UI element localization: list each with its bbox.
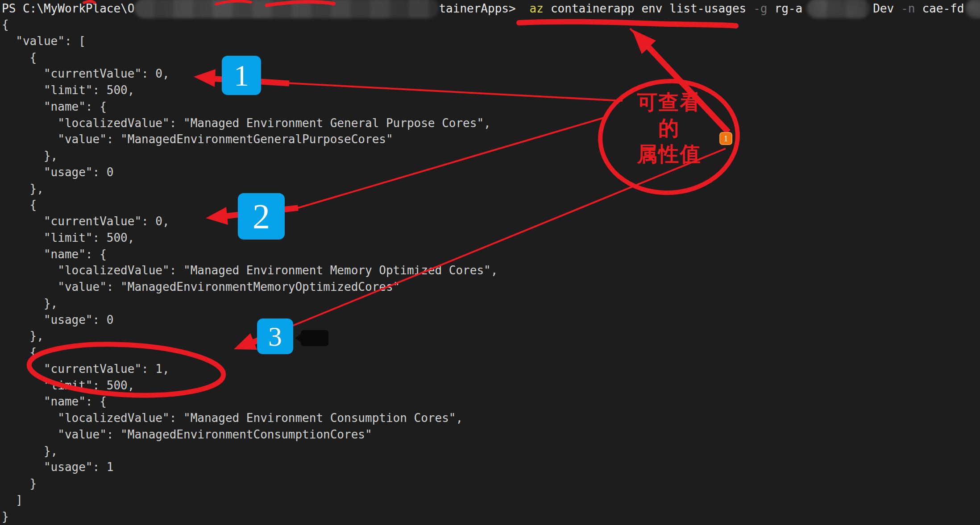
- step-badge-2: 2: [238, 193, 285, 240]
- info-badge-1: 1: [719, 132, 732, 145]
- redacted-black-blob: [301, 330, 328, 346]
- redacted-path-blur: [134, 0, 439, 18]
- az-command-token: az: [530, 2, 544, 15]
- step-1-label: 1: [234, 58, 249, 93]
- info-badge-label: 1: [724, 134, 728, 144]
- step-2-label: 2: [253, 196, 270, 236]
- viewable-properties-note: 可查看 的 属性值: [602, 89, 736, 167]
- prompt-path-end: tainerApps>: [439, 2, 515, 15]
- flag-g: -g: [753, 2, 767, 15]
- redacted-rg-blur: [807, 0, 870, 18]
- command-text: containerapp env list-usages: [551, 2, 746, 15]
- step-badge-1: 1: [222, 56, 261, 95]
- resource-group-arg-suffix: Dev: [873, 2, 894, 15]
- prompt-path: PS C:\MyWorkPlace\O: [2, 2, 134, 15]
- flag-n: -n: [901, 2, 915, 15]
- step-badge-3: 3: [257, 318, 293, 354]
- prompt-line: PS C:\MyWorkPlace\OtainerApps>azcontaine…: [2, 0, 980, 17]
- powershell-terminal[interactable]: PS C:\MyWorkPlace\OtainerApps>azcontaine…: [0, 0, 980, 525]
- step-3-label: 3: [268, 321, 282, 352]
- resource-group-arg: rg-a: [775, 2, 803, 15]
- environment-name-arg: cae-fd: [922, 2, 964, 15]
- redacted-env-name-blur: [966, 0, 980, 18]
